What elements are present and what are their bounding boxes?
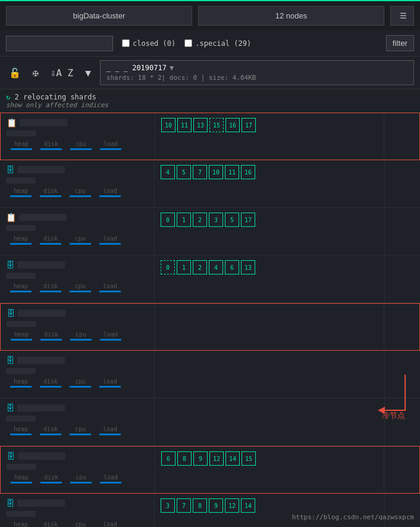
index-info-box: _ _ _ 20190717 ▼ shards: 18 * 2| docs: 0…	[100, 60, 414, 85]
shard-badge[interactable]: 13	[193, 118, 208, 132]
stat-col: disk	[36, 235, 65, 245]
index-shards-col: 457101116	[155, 160, 384, 207]
closed-label: closed (0)	[133, 39, 175, 48]
shard-badge[interactable]: 1	[177, 213, 191, 227]
special-checkbox-label[interactable]: .special (29)	[184, 39, 251, 48]
stat-label: load	[95, 426, 125, 432]
stat-bar	[70, 291, 91, 292]
shard-badge[interactable]: 1	[177, 260, 191, 275]
special-checkbox[interactable]	[184, 39, 192, 47]
shard-badge[interactable]: 3	[209, 213, 223, 227]
stat-bar	[40, 195, 61, 197]
shard-badge[interactable]: 5	[177, 165, 191, 179]
sort-az-icon[interactable]: ⇩A Z	[48, 66, 77, 80]
search-input[interactable]	[6, 36, 113, 51]
expand-icon[interactable]: ✠	[30, 66, 42, 80]
stat-col: cpu	[65, 188, 95, 197]
filter-bar: closed (0) .special (29) filter	[0, 30, 420, 57]
shard-badge[interactable]: 0	[161, 213, 175, 227]
shard-badge[interactable]: 14	[225, 451, 240, 466]
shard-badge[interactable]: 12	[225, 498, 239, 513]
stat-label: load	[95, 521, 125, 527]
index-name[interactable]: 📋	[6, 213, 148, 222]
stat-label: disk	[36, 283, 65, 289]
index-type-icon: 🗄	[6, 260, 14, 270]
shard-badge[interactable]: 4	[161, 165, 175, 179]
sort-dropdown-icon[interactable]: ▼	[82, 66, 94, 80]
stat-col: cpu	[65, 235, 95, 245]
stat-bar	[70, 482, 92, 484]
shard-badge[interactable]: 13	[241, 260, 255, 275]
stat-bar	[99, 291, 121, 292]
shard-badge[interactable]: 10	[209, 165, 223, 179]
shard-badge[interactable]: 3	[161, 498, 175, 513]
index-right-col	[384, 113, 419, 160]
index-name[interactable]: 🗄	[7, 451, 149, 461]
shard-badge[interactable]: 9	[193, 451, 208, 466]
shard-badge[interactable]: 2	[193, 260, 207, 275]
shard-badge[interactable]: 0	[161, 260, 175, 275]
index-left-col: 🗄heapdiskcpuload	[0, 255, 155, 303]
watermark: https://blog.csdn.net/qazwsxpcm	[292, 513, 414, 521]
shard-badge[interactable]: 16	[225, 118, 240, 132]
shard-badge[interactable]: 7	[177, 498, 191, 513]
stat-label: cpu	[65, 378, 95, 385]
index-name[interactable]: 🗄	[6, 165, 148, 174]
extra-button[interactable]: ☰	[390, 6, 414, 26]
index-name[interactable]: 🗄	[6, 260, 148, 270]
stat-col: disk	[36, 331, 66, 341]
index-type-icon: 🗄	[7, 451, 15, 461]
nodes-button[interactable]: 12 nodes	[198, 6, 384, 26]
index-row: 🗄heapdiskcpuload689121415	[0, 446, 420, 494]
shard-badge[interactable]: 7	[193, 165, 207, 179]
stat-col: disk	[36, 141, 66, 150]
index-name[interactable]: 🗄	[6, 403, 148, 413]
relocating-banner: ↻ 2 relocating shards show only affected…	[0, 89, 420, 113]
stat-label: heap	[6, 188, 36, 194]
stat-col: cpu	[65, 426, 95, 435]
shard-badge[interactable]: 14	[241, 498, 255, 513]
index-right-col	[384, 398, 420, 445]
shard-badge[interactable]: 5	[225, 213, 239, 227]
index-shards-col	[155, 351, 384, 398]
index-left-col: 📋heapdiskcpuload	[1, 113, 155, 160]
index-name[interactable]: 🗄	[6, 498, 148, 508]
shard-badge[interactable]: 11	[225, 165, 239, 179]
filter-button[interactable]: filter	[386, 35, 414, 51]
stat-bar	[10, 434, 32, 435]
show-affected-link[interactable]: show only affected indices	[6, 101, 414, 109]
stat-bar	[99, 243, 121, 245]
lock-icon[interactable]: 🔓	[6, 66, 24, 80]
shard-badge[interactable]: 6	[225, 260, 239, 275]
shard-badge[interactable]: 6	[161, 451, 175, 466]
shard-badge[interactable]: 12	[209, 451, 224, 466]
shard-badge[interactable]: 17	[241, 213, 255, 227]
shard-badge[interactable]: 17	[242, 118, 256, 132]
cluster-button[interactable]: bigData-cluster	[6, 6, 192, 26]
stat-col: heap	[7, 474, 36, 484]
shard-badge[interactable]: 4	[209, 260, 223, 275]
shard-badge[interactable]: 15	[209, 118, 224, 132]
index-name-blurred	[20, 119, 67, 126]
stat-label: disk	[36, 474, 66, 481]
stat-label: heap	[7, 474, 36, 481]
shard-badge[interactable]: 16	[241, 165, 255, 179]
shard-badge[interactable]: 9	[209, 498, 223, 513]
closed-checkbox-label[interactable]: closed (0)	[122, 39, 175, 48]
stat-bar	[40, 291, 61, 292]
stat-label: load	[96, 141, 126, 147]
index-left-col: 🗄heapdiskcpuload	[0, 160, 155, 207]
index-name[interactable]: 🗄	[7, 308, 149, 318]
shard-badge[interactable]: 15	[242, 451, 256, 466]
shard-badge[interactable]: 11	[177, 118, 192, 132]
shard-badge[interactable]: 8	[177, 451, 192, 466]
stat-col: heap	[6, 378, 36, 388]
index-name[interactable]: 🗄	[6, 356, 148, 365]
closed-checkbox[interactable]	[122, 39, 130, 47]
index-name[interactable]: 📋	[7, 118, 149, 127]
shard-badge[interactable]: 8	[193, 498, 207, 513]
stat-col: load	[96, 331, 126, 341]
shard-badge[interactable]: 2	[193, 213, 207, 227]
index-row: 🗄heapdiskcpuload	[0, 351, 420, 398]
shard-badge[interactable]: 10	[161, 118, 175, 132]
